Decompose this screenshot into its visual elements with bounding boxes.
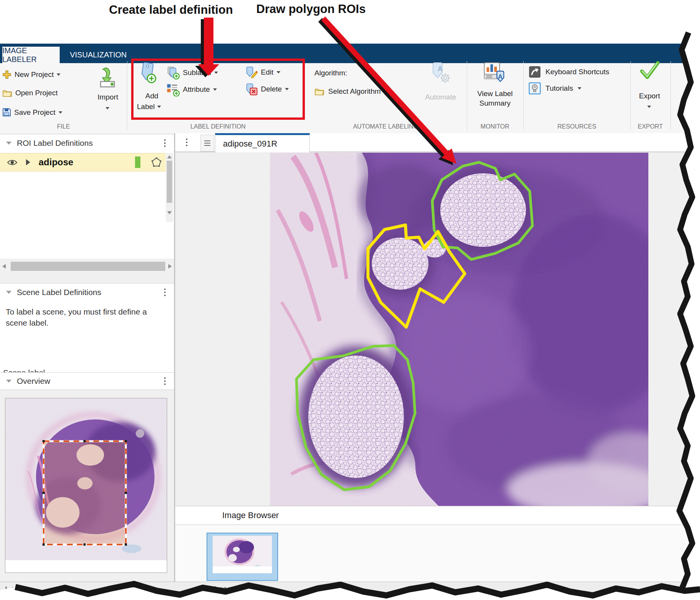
section-label-resources: RESOURCES	[546, 123, 607, 130]
scene-header-title: Scene Label Definitions	[17, 288, 101, 297]
new-project-caret-icon	[57, 73, 60, 76]
tutorials-caret-icon	[578, 87, 581, 90]
keyboard-shortcuts-icon	[529, 66, 541, 78]
automate-button: A	[429, 61, 452, 86]
save-project-icon	[2, 108, 11, 117]
roi-label-definitions-header[interactable]: ROI Label Definitions	[0, 134, 174, 152]
svg-text:A: A	[438, 65, 443, 73]
tutorials-icon	[529, 82, 541, 95]
export-check-icon	[638, 60, 661, 81]
import-caret-icon[interactable]	[106, 107, 109, 109]
select-algorithm-button[interactable]: Select Algorithm	[314, 87, 388, 96]
status-text: All Images - 1/1	[203, 584, 259, 593]
skip-to-first-icon[interactable]	[5, 586, 14, 595]
overview-view-rect[interactable]	[42, 440, 127, 546]
overview-image-panel[interactable]	[5, 398, 167, 573]
scene-message-area: To label a scene, you must first define …	[0, 301, 174, 363]
roi-header-title: ROI Label Definitions	[17, 139, 93, 148]
hscroll-thumb[interactable]	[11, 262, 165, 271]
scroll-left-icon[interactable]	[2, 264, 6, 269]
save-project-label: Save Project	[14, 108, 55, 117]
roi-label-name: adipose	[39, 157, 73, 168]
section-label-export: EXPORT	[627, 123, 673, 130]
keyboard-shortcuts-label: Keyboard Shortcuts	[545, 68, 609, 76]
open-project-icon	[2, 89, 12, 97]
collapse-triangle-icon[interactable]	[6, 142, 11, 145]
visibility-eye-icon[interactable]	[7, 159, 18, 166]
clipped-scene-row-text: Scene label	[3, 368, 174, 372]
import-button[interactable]	[98, 67, 117, 88]
scene-message-text: To label a scene, you must first define …	[6, 306, 169, 328]
roi-label-row-adipose[interactable]: adipose	[0, 153, 166, 171]
overview-header-menu-icon[interactable]	[164, 377, 166, 385]
collapse-triangle-icon[interactable]	[6, 291, 11, 294]
save-project-caret-icon	[59, 111, 62, 114]
group-divider	[671, 61, 671, 130]
select-algorithm-caret-icon	[384, 90, 388, 93]
label-definition-highlight-box	[131, 59, 305, 120]
scene-header-menu-icon[interactable]	[164, 289, 166, 296]
svg-text:A: A	[498, 73, 503, 80]
document-options-menu-icon[interactable]	[186, 139, 187, 146]
overview-header-title: Overview	[17, 377, 50, 386]
import-label: Import	[92, 93, 124, 101]
group-divider	[630, 61, 631, 130]
image-browser-title: Image Browser	[222, 510, 279, 520]
view-label-summary-icon: A	[483, 60, 506, 84]
expand-triangle-icon[interactable]	[26, 159, 30, 165]
annotation-draw-polygon: Draw polygon ROIs	[256, 2, 366, 16]
image-browser-thumbnail-selected[interactable]	[207, 533, 278, 581]
thumbnail-slide-image	[213, 536, 272, 573]
tutorials-label: Tutorials	[545, 84, 573, 93]
tab-visualization-label: VISUALIZATION	[70, 51, 127, 59]
export-label: Export	[636, 92, 663, 100]
collapse-triangle-icon[interactable]	[6, 380, 11, 383]
vscroll-thumb[interactable]	[167, 161, 172, 203]
overview-slide-image	[5, 398, 167, 560]
algorithm-label: Algorithm:	[314, 69, 347, 77]
group-divider	[523, 61, 524, 130]
automate-icon: A	[429, 61, 452, 86]
annotation-create-label: Create label definition	[109, 3, 233, 17]
polygon-shape-icon	[151, 157, 162, 168]
document-tab-adipose-091R[interactable]: adipose_091R	[215, 133, 310, 152]
scroll-right-icon[interactable]	[168, 264, 172, 269]
histology-image[interactable]	[270, 153, 648, 506]
export-button[interactable]	[638, 60, 661, 81]
section-label-label-definition: LABEL DEFINITION	[180, 123, 256, 130]
save-project-button[interactable]: Save Project	[2, 108, 62, 117]
overview-header[interactable]: Overview	[0, 372, 174, 390]
roi-list-hscrollbar[interactable]	[0, 260, 174, 272]
new-project-button[interactable]: New Project	[2, 70, 60, 79]
view-label-summary-label: View Label Summary	[472, 89, 518, 108]
image-labeler-app: Create label definition Draw polygon ROI…	[0, 0, 700, 600]
view-label-summary-button[interactable]: A	[483, 60, 506, 84]
document-tab-label: adipose_091R	[223, 139, 277, 149]
section-label-monitor: MONITOR	[468, 123, 522, 130]
new-project-icon	[2, 70, 11, 79]
tab-image-labeler[interactable]: IMAGE LABELER	[2, 46, 60, 64]
select-algorithm-folder-icon	[314, 87, 324, 96]
status-bar: All Images - 1/1	[0, 582, 700, 600]
tab-image-labeler-label: IMAGE LABELER	[2, 46, 60, 64]
export-caret-icon[interactable]	[647, 106, 651, 108]
clipped-scene-row: Scene label	[0, 363, 174, 372]
section-label-file: FILE	[37, 123, 90, 130]
keyboard-shortcuts-button[interactable]: Keyboard Shortcuts	[529, 66, 609, 78]
roi-color-swatch[interactable]	[135, 157, 140, 168]
scroll-down-icon[interactable]	[167, 211, 172, 214]
roi-list-vscrollbar[interactable]	[166, 153, 173, 222]
scroll-up-icon[interactable]	[167, 155, 172, 158]
document-list-icon[interactable]	[200, 135, 214, 152]
roi-header-menu-icon[interactable]	[164, 139, 166, 147]
image-browser-header: Image Browser	[175, 506, 700, 525]
new-project-label: New Project	[15, 70, 54, 79]
select-algorithm-label: Select Algorithm	[328, 87, 381, 96]
group-divider	[127, 61, 127, 130]
import-icon	[98, 67, 117, 88]
open-project-button[interactable]: Open Project	[2, 89, 58, 97]
tutorials-button[interactable]: Tutorials	[529, 82, 581, 95]
scene-label-definitions-header[interactable]: Scene Label Definitions	[0, 283, 174, 302]
tab-visualization[interactable]: VISUALIZATION	[70, 46, 127, 63]
section-label-automate-labeling: AUTOMATE LABELING	[347, 123, 424, 130]
